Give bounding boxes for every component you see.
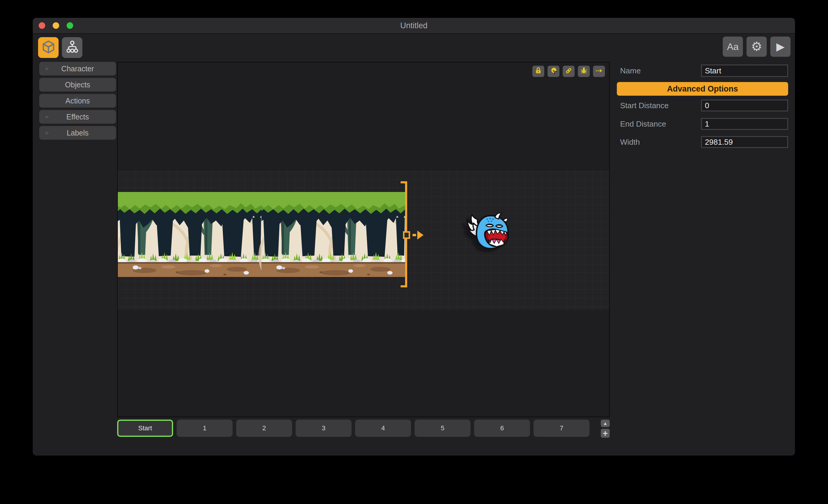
tab-2[interactable]: 2 (236, 420, 292, 437)
drag-arrow-dash (413, 234, 416, 236)
magnet-icon (550, 67, 557, 76)
drag-arrow-icon (417, 231, 423, 239)
tab-label: 2 (262, 424, 266, 432)
tab-start[interactable]: Start (117, 420, 173, 437)
end-distance-label: End Distance (617, 120, 701, 129)
link-tool-button[interactable] (563, 66, 575, 77)
tab-3[interactable]: 3 (296, 420, 351, 437)
sidebar-item-label: Character (61, 64, 94, 73)
advanced-options-label: Advanced Options (667, 84, 738, 94)
scene-editor-mode-button[interactable] (38, 37, 58, 58)
sidebar-item-label: Actions (66, 97, 90, 105)
asset-sidebar: ► Character Objects Actions ► Effects ► … (39, 62, 116, 142)
monster-sprite[interactable] (465, 213, 511, 252)
tab-4[interactable]: 4 (355, 420, 411, 437)
bug-icon (580, 67, 588, 76)
width-label: Width (617, 138, 701, 147)
sidebar-item-character[interactable]: ► Character (39, 62, 116, 76)
play-icon: ▶ (776, 41, 785, 52)
sidebar-item-effects[interactable]: ► Effects (39, 110, 116, 124)
gear-icon: ⚙ (751, 40, 762, 53)
start-distance-input[interactable] (701, 99, 788, 111)
tab-label: Start (138, 424, 152, 432)
tab-label: 6 (500, 424, 504, 432)
tab-label: 3 (322, 424, 325, 432)
tab-6[interactable]: 6 (474, 420, 530, 437)
sidebar-item-label: Effects (66, 112, 89, 121)
tab-label: 4 (381, 424, 385, 432)
sidebar-item-actions[interactable]: Actions (39, 94, 116, 107)
add-section-button[interactable]: + (601, 429, 610, 438)
tab-label: 7 (560, 424, 563, 432)
disclosure-triangle-icon[interactable]: ► (45, 110, 50, 124)
tab-label: 5 (441, 424, 444, 432)
section-end-handle[interactable] (403, 231, 410, 239)
font-aa-label: Aa (727, 42, 739, 51)
name-input[interactable] (701, 64, 788, 77)
disclosure-triangle-icon[interactable]: ► (45, 62, 50, 76)
move-direction-tool-button[interactable] (593, 66, 605, 77)
advanced-options-button[interactable]: Advanced Options (617, 82, 788, 96)
node-tree-icon (65, 40, 80, 55)
cube-icon (41, 39, 56, 56)
top-right-toolbar: Aa ⚙ ▶ (723, 37, 790, 57)
end-distance-input[interactable] (701, 118, 788, 130)
plus-icon: + (603, 428, 608, 438)
scroll-tabs-button[interactable]: ▲ (601, 420, 610, 427)
tab-scrollers: ▲ + (601, 420, 610, 438)
chain-link-icon (565, 67, 573, 76)
triangle-up-icon: ▲ (603, 421, 608, 426)
title-bar: Untitled (33, 18, 795, 34)
magnet-snap-tool-button[interactable] (547, 66, 560, 77)
mind-map-mode-button[interactable] (62, 37, 82, 58)
font-settings-button[interactable]: Aa (723, 37, 743, 57)
app-window: Untitled Aa ⚙ (33, 18, 795, 456)
sidebar-item-label: Labels (67, 129, 89, 137)
lock-tool-button[interactable] (532, 66, 544, 77)
window-title: Untitled (33, 18, 795, 33)
width-input[interactable] (701, 136, 788, 148)
scene-canvas[interactable] (117, 62, 610, 417)
section-end-top-cap (401, 181, 407, 183)
tab-7[interactable]: 7 (534, 420, 589, 437)
section-end-bottom-cap (401, 285, 407, 287)
debug-tool-button[interactable] (578, 66, 590, 77)
play-button[interactable]: ▶ (770, 37, 790, 57)
name-label: Name (617, 66, 701, 76)
tab-5[interactable]: 5 (415, 420, 470, 437)
dashed-arrow-icon (595, 67, 603, 76)
section-tabs: Start 1 2 3 4 5 6 7 (117, 420, 589, 437)
tab-label: 1 (203, 424, 206, 432)
disclosure-triangle-icon[interactable]: ► (45, 126, 50, 140)
sidebar-item-labels[interactable]: ► Labels (39, 126, 116, 140)
settings-button[interactable]: ⚙ (746, 37, 767, 57)
sidebar-item-label: Objects (65, 81, 90, 89)
lock-icon (534, 67, 542, 76)
forest-platform-sprite[interactable] (118, 192, 405, 277)
start-distance-label: Start Distance (617, 101, 701, 110)
sidebar-item-objects[interactable]: Objects (39, 78, 116, 92)
tab-1[interactable]: 1 (177, 420, 233, 437)
canvas-tool-bar (532, 66, 605, 77)
